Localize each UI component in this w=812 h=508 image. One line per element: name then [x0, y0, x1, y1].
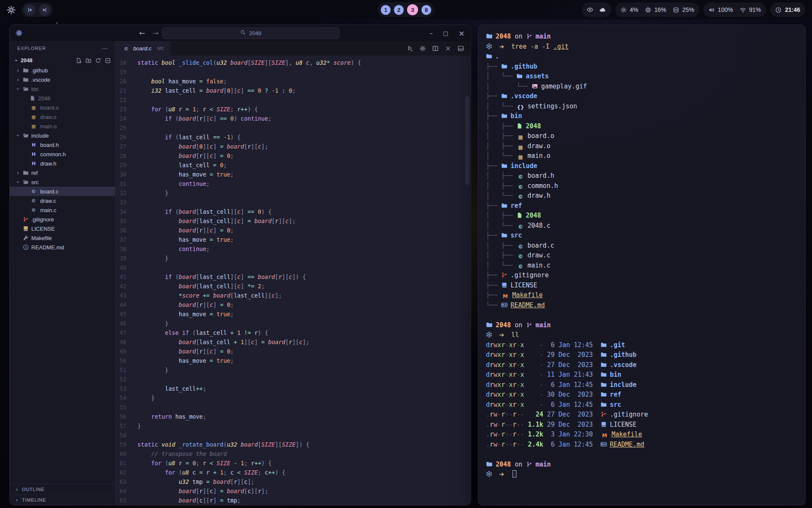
explorer-item-draw-h[interactable]: ›Hdraw.h [10, 159, 115, 168]
refresh-icon[interactable] [95, 58, 101, 64]
nav-back-button[interactable]: ← [139, 29, 145, 37]
maximize-button[interactable]: □ [443, 29, 448, 38]
terminal-line [486, 310, 798, 320]
gear-icon [620, 7, 627, 13]
collapse-all-icon[interactable] [105, 58, 111, 64]
item-label: Makefile [31, 235, 52, 241]
run-icon[interactable] [407, 45, 413, 52]
code-line: 32 } [115, 188, 471, 198]
panel-icon[interactable] [458, 45, 464, 52]
explorer-item-draw-c[interactable]: ›©draw.c [10, 196, 115, 205]
explorer-item-main-o[interactable]: ›▦main.o [10, 121, 115, 131]
terminal-line: . [486, 52, 798, 62]
explorer-title: EXPLORER [17, 46, 46, 51]
skip-forward-button[interactable] [39, 4, 50, 16]
explorer-item-common-h[interactable]: ›Hcommon.h [10, 149, 115, 159]
explorer-tree: ›.github›.vscode›bin›2048›▦board.o›▦draw… [10, 66, 115, 252]
folder-icon [23, 170, 29, 176]
workspace-1[interactable]: 1 [381, 5, 391, 15]
nav-forward-button[interactable]: → [153, 29, 159, 37]
terminal-window[interactable]: 2048 on main tree -a -I .git.├── .github… [478, 25, 806, 505]
workspace-3[interactable]: 3 [407, 4, 418, 15]
hfile-icon: H [30, 161, 38, 166]
wifi-stat[interactable]: 91% [740, 6, 761, 13]
wifi-value: 91% [749, 6, 761, 13]
folder-open-icon [23, 86, 29, 92]
branch-icon [526, 461, 532, 467]
folder-icon [601, 351, 607, 358]
skip-back-button[interactable] [24, 4, 36, 16]
terminal-line: └── README.md [486, 301, 798, 311]
folder-icon [501, 113, 508, 119]
timeline-section[interactable]: › TIMELINE [10, 494, 115, 505]
folder-icon [486, 53, 492, 59]
folder-icon [23, 77, 29, 83]
terminal-line: │ ├── ©draw.c [486, 251, 798, 261]
explorer-item-draw-o[interactable]: ›▦draw.o [10, 112, 115, 121]
tab-board-c[interactable]: © board.c src [115, 41, 170, 55]
workspace-2[interactable]: 2 [394, 5, 404, 15]
editor-scrollbar[interactable] [465, 96, 469, 185]
terminal-line: │ └── ▦main.o [486, 151, 798, 161]
book-icon [23, 226, 29, 232]
explorer-item-vscode[interactable]: ›.vscode [10, 75, 115, 84]
explorer-item-gitignore[interactable]: ›.gitignore [10, 215, 115, 224]
new-file-icon[interactable] [76, 58, 82, 64]
tree-entry: bin [510, 112, 522, 120]
terminal-line: │ └── assets [486, 72, 798, 82]
terminal-line: drwxr-xr-x - 30 Dec 2023 ref [486, 390, 798, 400]
tree-entry: draw.h [527, 192, 550, 199]
launcher-icon[interactable] [7, 6, 16, 14]
minimize-button[interactable]: – [430, 29, 433, 38]
code-line: 49 board[r][c] = 0; [115, 347, 471, 356]
gear-icon[interactable] [420, 45, 426, 52]
volume-stat[interactable]: 100% [708, 6, 733, 13]
explorer-item-board-o[interactable]: ›▦board.o [10, 103, 115, 112]
explorer-root-folder[interactable]: › 2048 [10, 55, 115, 66]
close-button[interactable]: × [458, 29, 465, 38]
explorer-item-2048[interactable]: ›2048 [10, 94, 115, 103]
flower-icon [7, 6, 16, 14]
code-line: 25 [115, 123, 471, 133]
terminal-line: │ ├── ©board.h [486, 171, 798, 181]
tree-entry: gameplay.gif [541, 83, 587, 90]
line-number: 40 [115, 263, 137, 272]
eye-toggle-button[interactable] [587, 6, 593, 13]
snowflake-icon [486, 43, 492, 50]
explorer-item-include[interactable]: ›include [10, 131, 115, 140]
split-icon[interactable] [432, 45, 439, 52]
line-number: 28 [115, 151, 137, 160]
explorer-item-main-c[interactable]: ›©main.c [10, 205, 115, 215]
explorer-item-ref[interactable]: ›ref [10, 168, 115, 177]
code-line: 26 if (last_cell == -1) { [115, 133, 471, 142]
code-line: 34 if (board[last_cell][c] == 0) { [115, 207, 471, 216]
terminal-line: ├── .vscode [486, 91, 798, 102]
explorer-item-readme-md[interactable]: ›README.md [10, 243, 115, 252]
explorer-item-board-h[interactable]: ›Hboard.h [10, 140, 115, 149]
clang-icon: © [516, 172, 524, 182]
outline-section[interactable]: › OUTLINE [10, 484, 115, 494]
line-number: 30 [115, 170, 137, 179]
markdown-icon [601, 441, 607, 447]
chevron-right-icon: › [15, 486, 19, 492]
explorer-item-src[interactable]: ›src [10, 177, 115, 187]
new-folder-icon[interactable] [85, 58, 91, 64]
explorer-item-makefile[interactable]: ›Makefile [10, 233, 115, 243]
book-icon [601, 421, 607, 428]
code-editor[interactable]: 18static bool _slide_col(u32 board[SIZE]… [115, 55, 471, 505]
command-center-search[interactable]: 2048 [162, 28, 340, 39]
explorer-item-license[interactable]: ›LICENSE [10, 224, 115, 233]
close-x-icon[interactable] [445, 45, 451, 52]
editor-titlebar[interactable]: ← → 2048 – □ × [10, 25, 471, 41]
explorer-more-icon[interactable]: ⋯ [102, 45, 108, 52]
explorer-item-bin[interactable]: ›bin [10, 84, 115, 94]
explorer-item-github[interactable]: ›.github [10, 66, 115, 75]
folder-icon [486, 33, 493, 39]
code-line: 36 board[r][c] = 0; [115, 226, 471, 235]
file-icon [30, 95, 36, 101]
tree-entry: LICENSE [510, 282, 537, 289]
app-logo-icon [16, 30, 22, 36]
explorer-item-board-c[interactable]: ›©board.c [10, 187, 115, 196]
workspace-8[interactable]: 8 [422, 5, 431, 15]
cloud-toggle-button[interactable] [599, 6, 606, 13]
